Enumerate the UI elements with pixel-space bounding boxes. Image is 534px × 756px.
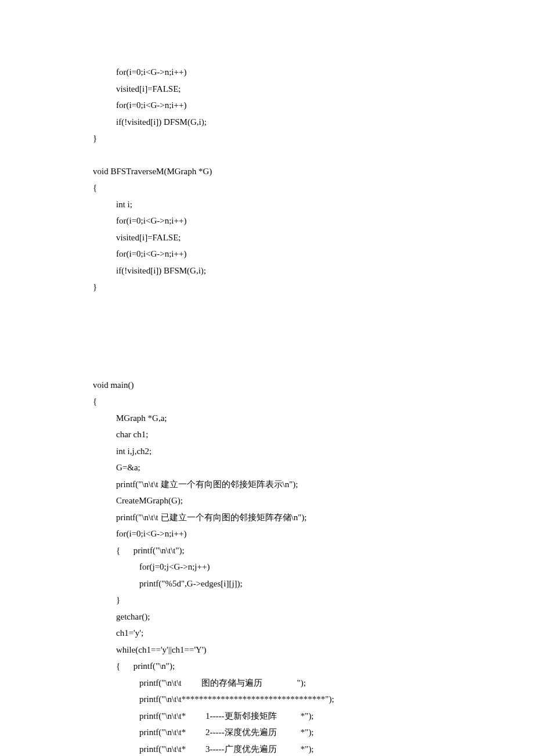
code-line: for(i=0;i<G->n;i++) xyxy=(93,525,441,542)
code-line: printf("\n\t\t* 1-----更新邻接矩阵 *"); xyxy=(93,708,441,725)
code-line: visited[i]=FALSE; xyxy=(93,229,441,246)
code-line: visited[i]=FALSE; xyxy=(93,81,441,98)
code-line: { xyxy=(93,393,441,410)
code-line: G=&a; xyxy=(93,459,441,476)
code-line: printf("\n\t\t* 3-----广度优先遍历 *"); xyxy=(93,741,441,757)
code-line: int i; xyxy=(93,196,441,213)
code-line: { printf("\n"); xyxy=(93,658,441,675)
code-line: if(!visited[i]) DFSM(G,i); xyxy=(93,114,441,131)
code-line: for(i=0;i<G->n;i++) xyxy=(93,64,441,81)
document-page: for(i=0;i<G->n;i++) visited[i]=FALSE; fo… xyxy=(0,0,534,756)
code-line: CreateMGraph(G); xyxy=(93,492,441,509)
code-line: void BFSTraverseM(MGraph *G) xyxy=(93,163,441,180)
code-line: int i,j,ch2; xyxy=(93,443,441,460)
code-line: getchar(); xyxy=(93,609,441,625)
code-line: ch1='y'; xyxy=(93,625,441,642)
code-line: } xyxy=(93,592,441,609)
code-line: } xyxy=(93,279,441,296)
code-line: printf("\n\t\t 图的存储与遍历 "); xyxy=(93,675,441,692)
code-line: for(i=0;i<G->n;i++) xyxy=(93,213,441,229)
code-line: for(j=0;j<G->n;j++) xyxy=(93,559,441,575)
code-line: void main() xyxy=(93,377,441,394)
code-line: } xyxy=(93,130,441,147)
code-line: printf("\n\t\t 建立一个有向图的邻接矩阵表示\n"); xyxy=(93,476,441,493)
blank-section xyxy=(93,296,441,377)
code-line: printf("\n\t\t 已建立一个有向图的邻接矩阵存储\n"); xyxy=(93,509,441,526)
code-line: char ch1; xyxy=(93,426,441,443)
code-line: if(!visited[i]) BFSM(G,i); xyxy=(93,262,441,279)
code-line: printf("\n\t\t* 2-----深度优先遍历 *"); xyxy=(93,724,441,741)
code-line: { printf("\n\t\t"); xyxy=(93,542,441,559)
code-line: while(ch1=='y'||ch1=='Y') xyxy=(93,642,441,658)
code-line: MGraph *G,a; xyxy=(93,410,441,427)
code-line: for(i=0;i<G->n;i++) xyxy=(93,97,441,114)
code-line: for(i=0;i<G->n;i++) xyxy=(93,246,441,262)
code-line: printf("%5d",G->edges[i][j]); xyxy=(93,575,441,592)
blank-line xyxy=(93,147,441,163)
code-line: printf("\n\t\t**************************… xyxy=(93,691,441,708)
code-line: { xyxy=(93,179,441,196)
